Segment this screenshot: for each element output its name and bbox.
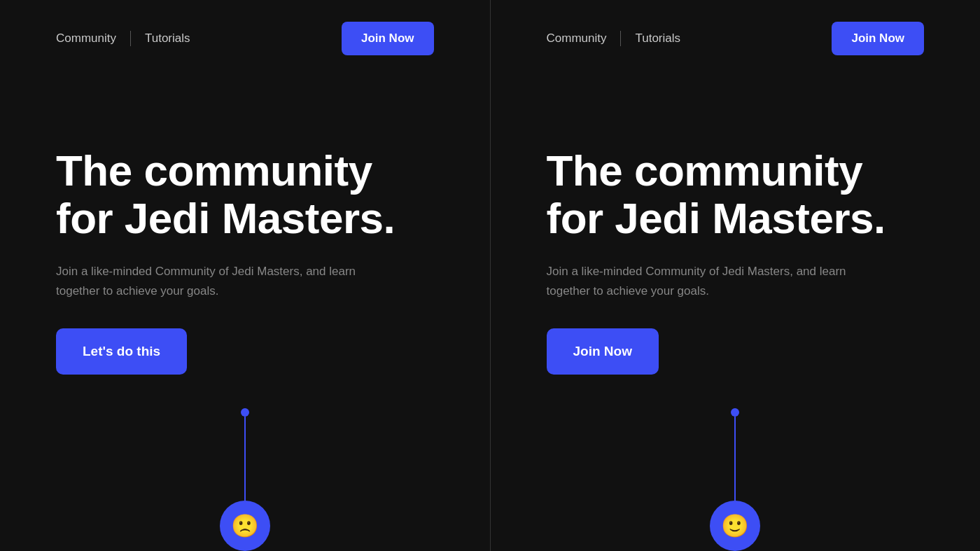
- left-hero-subtitle: Join a like-minded Community of Jedi Mas…: [56, 262, 392, 300]
- left-sad-icon: 🙁: [231, 512, 259, 539]
- left-hero-title: The community for Jedi Masters.: [56, 147, 434, 242]
- right-indicator-circle: 🙂: [710, 501, 760, 551]
- left-nav-divider: [130, 31, 131, 46]
- right-panel: Community Tutorials Join Now The communi…: [491, 0, 981, 551]
- left-nav-community[interactable]: Community: [56, 29, 116, 48]
- right-indicator-dot: [731, 408, 739, 417]
- left-indicator-line: [244, 417, 246, 501]
- left-indicator: 🙁: [220, 408, 270, 551]
- right-nav-join-button[interactable]: Join Now: [832, 22, 924, 55]
- left-panel: Community Tutorials Join Now The communi…: [0, 0, 491, 551]
- right-happy-icon: 🙂: [721, 512, 749, 539]
- left-nav-join-button[interactable]: Join Now: [342, 22, 434, 55]
- panels-container: Community Tutorials Join Now The communi…: [0, 0, 980, 551]
- left-nav-tutorials[interactable]: Tutorials: [145, 29, 190, 48]
- right-hero-title: The community for Jedi Masters.: [547, 147, 925, 242]
- right-nav-divider: [620, 31, 621, 46]
- left-indicator-dot: [241, 408, 249, 417]
- right-indicator: 🙂: [710, 408, 760, 551]
- right-hero-subtitle: Join a like-minded Community of Jedi Mas…: [547, 262, 883, 300]
- left-nav: Community Tutorials Join Now: [56, 0, 434, 77]
- right-nav: Community Tutorials Join Now: [547, 0, 925, 77]
- right-nav-tutorials[interactable]: Tutorials: [635, 29, 680, 48]
- right-cta-button[interactable]: Join Now: [547, 328, 659, 375]
- left-indicator-circle: 🙁: [220, 501, 270, 551]
- right-nav-community[interactable]: Community: [547, 29, 607, 48]
- left-cta-button[interactable]: Let's do this: [56, 328, 187, 375]
- right-indicator-line: [734, 417, 736, 501]
